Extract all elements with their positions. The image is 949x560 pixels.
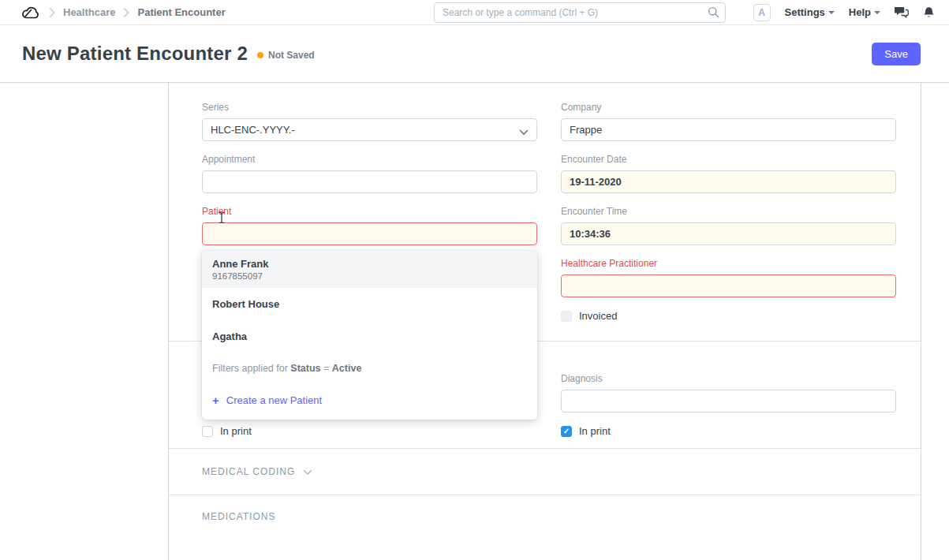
page-header: New Patient Encounter 2 Not Saved Save: [0, 25, 949, 83]
dropdown-item-title: Agatha: [212, 330, 527, 342]
diagnosis-in-print-row[interactable]: ✓ In print: [561, 425, 896, 437]
field-practitioner: Healthcare Practitioner: [561, 258, 896, 297]
dropdown-filter-note: Filters applied for Status = Active: [202, 353, 537, 384]
form-section-main: Series HLC-ENC-.YYYY.- Appointment Patie…: [169, 83, 921, 341]
status-text: Not Saved: [268, 50, 315, 61]
page-title: New Patient Encounter 2: [22, 43, 248, 65]
dropdown-item-title: Anne Frank: [212, 258, 527, 270]
search-input[interactable]: [434, 2, 726, 23]
dropdown-item-patient[interactable]: Agatha: [202, 320, 537, 353]
encounter-time-input[interactable]: [561, 222, 896, 245]
patient-label: Patient: [202, 206, 537, 217]
form-card: Series HLC-ENC-.YYYY.- Appointment Patie…: [168, 83, 921, 560]
help-menu[interactable]: Help: [849, 6, 880, 18]
filter-prefix: Filters applied for: [212, 363, 288, 374]
field-company: Company: [561, 102, 896, 141]
dropdown-item-subtitle: 9167855097: [212, 271, 527, 281]
dropdown-item-title: Robert House: [212, 298, 527, 310]
company-label: Company: [561, 102, 896, 113]
app-logo-icon[interactable]: [21, 4, 41, 21]
symptoms-in-print-label: In print: [220, 425, 252, 437]
help-label: Help: [849, 6, 871, 18]
field-encounter-time: Encounter Time: [561, 206, 896, 245]
dropdown-item-patient[interactable]: Anne Frank 9167855097: [202, 251, 537, 288]
symptoms-in-print-checkbox[interactable]: [202, 426, 213, 437]
encounter-date-input[interactable]: [561, 170, 896, 193]
medications-title: MEDICATIONS: [202, 511, 275, 522]
company-input[interactable]: [561, 118, 896, 141]
diagnosis-in-print-label: In print: [579, 425, 611, 437]
medical-coding-title: MEDICAL CODING: [202, 466, 295, 477]
not-saved-dot-icon: [257, 52, 263, 58]
encounter-date-label: Encounter Date: [561, 154, 896, 165]
series-label: Series: [202, 102, 537, 113]
diagnosis-label: Diagnosis: [561, 373, 896, 384]
symptoms-in-print-row[interactable]: In print: [202, 425, 537, 437]
section-medical-coding[interactable]: MEDICAL CODING: [169, 448, 921, 495]
navbar: Healthcare Patient Encounter A Settings …: [0, 0, 949, 25]
section-medications[interactable]: MEDICATIONS: [169, 495, 921, 538]
global-search: [434, 2, 726, 23]
form-column-left: Series HLC-ENC-.YYYY.- Appointment Patie…: [202, 102, 537, 333]
breadcrumb-chevron-icon: [123, 8, 129, 17]
field-encounter-date: Encounter Date: [561, 154, 896, 193]
breadcrumb-chevron-icon: [49, 8, 55, 17]
chevron-down-icon: [303, 465, 312, 479]
practitioner-input[interactable]: [561, 274, 896, 297]
diagnosis-in-print-checkbox[interactable]: ✓: [561, 426, 572, 437]
notifications-bell-icon[interactable]: [923, 6, 935, 19]
chat-icon[interactable]: [895, 6, 909, 18]
plus-icon: +: [212, 394, 219, 406]
appointment-label: Appointment: [202, 154, 537, 165]
encounter-time-label: Encounter Time: [561, 206, 896, 217]
series-value: HLC-ENC-.YYYY.-: [211, 124, 295, 136]
create-new-patient-label: Create a new Patient: [226, 394, 322, 406]
diagnosis-input[interactable]: [561, 390, 896, 413]
status-badge: Not Saved: [257, 50, 315, 61]
filter-field: Status: [290, 363, 320, 374]
avatar[interactable]: A: [753, 4, 771, 21]
invoiced-checkbox[interactable]: [561, 311, 572, 322]
chevron-down-icon: [828, 11, 835, 14]
patient-dropdown: Anne Frank 9167855097 Robert House Agath…: [202, 251, 537, 420]
invoiced-checkbox-row[interactable]: Invoiced: [561, 310, 896, 322]
settings-label: Settings: [785, 6, 825, 18]
filter-equals: =: [323, 363, 329, 374]
create-new-patient-link[interactable]: + Create a new Patient: [202, 384, 537, 416]
field-series: Series HLC-ENC-.YYYY.-: [202, 102, 537, 141]
filter-value: Active: [332, 363, 362, 374]
breadcrumb-healthcare[interactable]: Healthcare: [63, 6, 115, 18]
invoiced-label: Invoiced: [579, 310, 617, 322]
series-select[interactable]: HLC-ENC-.YYYY.-: [202, 118, 537, 141]
chevron-down-icon: [874, 11, 880, 14]
search-icon: [708, 6, 719, 21]
field-appointment: Appointment: [202, 154, 537, 193]
patient-input[interactable]: [202, 222, 537, 245]
practitioner-label: Healthcare Practitioner: [561, 258, 896, 269]
save-button[interactable]: Save: [872, 43, 921, 65]
breadcrumb-patient-encounter[interactable]: Patient Encounter: [137, 6, 225, 18]
field-diagnosis: Diagnosis: [561, 373, 896, 413]
chevron-down-icon: [519, 126, 529, 138]
settings-menu[interactable]: Settings: [785, 6, 835, 18]
form-column-right: Diagnosis ✓ In print: [561, 373, 896, 448]
field-patient: Patient Anne Frank 9167855097 Robert Hou…: [202, 206, 537, 245]
form-column-right: Company Encounter Date Encounter Time He…: [561, 102, 896, 333]
appointment-input[interactable]: [202, 170, 537, 193]
dropdown-item-patient[interactable]: Robert House: [202, 288, 537, 320]
